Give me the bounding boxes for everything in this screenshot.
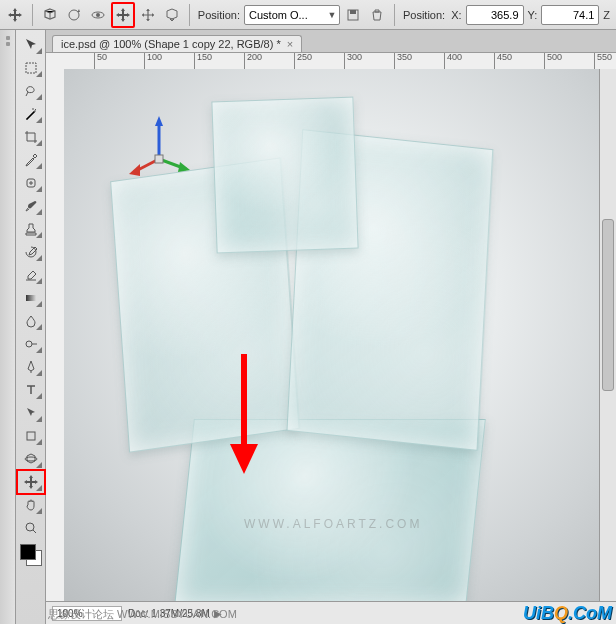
status-bar: 100% Doc: 1.37M/25.8M ▶ 思缘设计论坛 WWW.MISSY… [46, 601, 616, 624]
delete-preset-icon[interactable] [366, 3, 388, 27]
svg-marker-13 [155, 116, 163, 126]
ruler-horizontal[interactable]: 50100150200250300350400450500550 [64, 53, 616, 70]
position-dropdown[interactable]: ▼ [244, 5, 340, 25]
hand-tool-icon[interactable] [18, 494, 44, 516]
lasso-tool-icon[interactable] [18, 80, 44, 102]
slide-3d-icon[interactable] [137, 3, 159, 27]
ruler-tick: 400 [444, 53, 445, 69]
svg-marker-15 [178, 162, 190, 172]
svg-rect-7 [26, 295, 36, 301]
blur-tool-icon[interactable] [18, 310, 44, 332]
ice-block-top [211, 97, 358, 254]
heal-tool-icon[interactable] [18, 172, 44, 194]
eraser-tool-icon[interactable] [18, 264, 44, 286]
history-brush-icon[interactable] [18, 241, 44, 263]
svg-rect-5 [26, 63, 36, 73]
separator [189, 4, 190, 26]
ruler-tick: 100 [144, 53, 145, 69]
3d-rotate-tool-icon[interactable] [18, 448, 44, 470]
y-label: Y: [528, 9, 538, 21]
position2-label: Position: [403, 9, 445, 21]
document-panel: ice.psd @ 100% (Shape 1 copy 22, RGB/8) … [46, 30, 616, 624]
ruler-area: 50100150200250300350400450500550 [46, 53, 616, 624]
svg-rect-9 [27, 432, 35, 440]
eyedropper-tool-icon[interactable] [18, 149, 44, 171]
marquee-tool-icon[interactable] [18, 57, 44, 79]
document-tabbar: ice.psd @ 100% (Shape 1 copy 22, RGB/8) … [46, 30, 616, 53]
options-toolbar: Position: ▼ Position: X: Y: Z [0, 0, 616, 30]
ruler-tick: 550 [594, 53, 595, 69]
save-preset-icon[interactable] [342, 3, 364, 27]
3d-pan-tool-icon[interactable] [18, 471, 44, 493]
pen-tool-icon[interactable] [18, 356, 44, 378]
gradient-tool-icon[interactable] [18, 287, 44, 309]
chevron-down-icon: ▼ [325, 10, 339, 20]
brand-watermark: UiBQ.CoM [523, 604, 612, 622]
move-tool-icon[interactable] [18, 34, 44, 56]
drag-3d-icon[interactable] [111, 2, 135, 28]
workarea: ice.psd @ 100% (Shape 1 copy 22, RGB/8) … [0, 30, 616, 624]
canvas-viewport[interactable]: WWW.ALFOARTZ.COM [64, 69, 600, 602]
svg-point-11 [26, 523, 34, 531]
shape-tool-icon[interactable] [18, 425, 44, 447]
separator [394, 4, 395, 26]
ruler-tick: 300 [344, 53, 345, 69]
position-label: Position: [198, 9, 240, 21]
move-3d-icon[interactable] [4, 3, 26, 27]
position-dropdown-value[interactable] [245, 9, 325, 21]
forum-credit-text: 思缘设计论坛 WWW.MISSYUAN.COM [48, 607, 237, 622]
path-select-icon[interactable] [18, 402, 44, 424]
crop-tool-icon[interactable] [18, 126, 44, 148]
dodge-tool-icon[interactable] [18, 333, 44, 355]
ruler-tick: 250 [294, 53, 295, 69]
ruler-tick: 500 [544, 53, 545, 69]
z-label: Z [603, 9, 610, 21]
ruler-vertical[interactable] [46, 69, 65, 624]
grip-icon [0, 36, 15, 46]
fg-bg-color-swatch[interactable] [20, 544, 42, 566]
ruler-tick: 150 [194, 53, 195, 69]
y-input[interactable] [541, 5, 599, 25]
document-tab[interactable]: ice.psd @ 100% (Shape 1 copy 22, RGB/8) … [52, 35, 302, 52]
ruler-origin[interactable] [46, 53, 65, 70]
ruler-tick: 50 [94, 53, 95, 69]
scrollbar-thumb[interactable] [602, 219, 614, 391]
svg-marker-20 [230, 444, 258, 474]
svg-rect-4 [350, 10, 356, 14]
scrollbar-vertical[interactable] [599, 69, 616, 602]
toolbox [16, 30, 46, 624]
ruler-tick: 350 [394, 53, 395, 69]
svg-point-8 [26, 341, 32, 347]
watermark-text: WWW.ALFOARTZ.COM [244, 517, 422, 531]
close-icon[interactable]: × [287, 38, 293, 50]
separator [32, 4, 33, 26]
3d-axis-gizmo[interactable] [124, 114, 194, 184]
roll-obj-icon[interactable] [87, 3, 109, 27]
brush-tool-icon[interactable] [18, 195, 44, 217]
svg-rect-18 [155, 155, 163, 163]
x-input[interactable] [466, 5, 524, 25]
canvas[interactable]: WWW.ALFOARTZ.COM [64, 69, 600, 602]
svg-marker-17 [129, 164, 140, 176]
scale-3d-icon[interactable] [161, 3, 183, 27]
zoom-tool-icon[interactable] [18, 517, 44, 539]
ruler-tick: 200 [244, 53, 245, 69]
cube-icon[interactable] [39, 3, 61, 27]
panel-collapse-strip[interactable] [0, 30, 16, 624]
annotation-arrow-down [224, 349, 264, 479]
ruler-tick: 450 [494, 53, 495, 69]
document-tab-title: ice.psd @ 100% (Shape 1 copy 22, RGB/8) … [61, 38, 281, 50]
x-label: X: [451, 9, 461, 21]
rotate-obj-icon[interactable] [63, 3, 85, 27]
type-tool-icon[interactable] [18, 379, 44, 401]
wand-tool-icon[interactable] [18, 103, 44, 125]
stamp-tool-icon[interactable] [18, 218, 44, 240]
svg-point-2 [96, 13, 100, 17]
